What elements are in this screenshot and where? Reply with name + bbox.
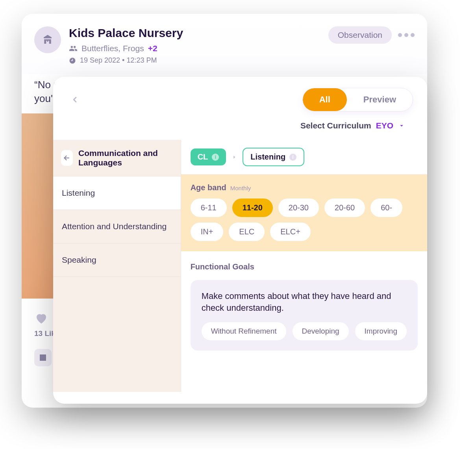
header-right: Observation (328, 26, 415, 44)
nursery-name: Kids Palace Nursery (69, 26, 320, 40)
observation-badge: Observation (328, 26, 392, 44)
goals-title: Functional Goals (191, 262, 418, 271)
age-band-title: Age band (191, 183, 226, 192)
groups-text: Butterflies, Frogs (81, 44, 144, 53)
image-icon (38, 353, 48, 362)
subcategory-listening[interactable]: Listening (53, 176, 181, 210)
panel-back-button[interactable] (67, 92, 83, 108)
age-pill-elc-plus[interactable]: ELC+ (270, 223, 311, 241)
arrow-left-icon (63, 154, 71, 162)
panel-columns: Communication and Languages Listening At… (53, 140, 427, 392)
goal-level-pills: Without Refinement Developing Improving (202, 322, 407, 340)
detail-column: CL i Listening i Age band Monthly 6-11 1… (181, 140, 427, 392)
more-menu-button[interactable] (398, 33, 415, 37)
heart-icon[interactable] (34, 311, 48, 325)
curriculum-panel: All Preview Select Curriculum EYO Commun… (53, 77, 427, 404)
subcategory-attention[interactable]: Attention and Understanding (53, 210, 181, 243)
groups-row: Butterflies, Frogs +2 (69, 44, 320, 53)
category-title: Communication and Languages (78, 148, 173, 167)
age-pill-60[interactable]: 60- (370, 199, 402, 217)
people-icon (69, 44, 78, 53)
tab-all[interactable]: All (303, 88, 347, 111)
card-header: Kids Palace Nursery Butterflies, Frogs +… (22, 14, 427, 74)
chevron-down-icon (398, 122, 405, 129)
age-band-subtitle: Monthly (230, 185, 251, 191)
goal-text: Make comments about what they have heard… (202, 290, 407, 314)
breadcrumb-badge-text: CL (198, 152, 208, 161)
level-improving[interactable]: Improving (355, 322, 407, 340)
category-back-button[interactable] (61, 150, 73, 166)
age-pill-elc[interactable]: ELC (229, 223, 265, 241)
datetime-text: 19 Sep 2022 • 12:23 PM (80, 56, 157, 65)
chevron-left-icon (71, 95, 80, 104)
gallery-button[interactable] (34, 349, 52, 366)
category-header: Communication and Languages (53, 140, 181, 176)
tab-preview[interactable]: Preview (347, 88, 413, 111)
goals-section: Functional Goals Make comments about wha… (181, 251, 427, 360)
dot-icon (398, 33, 402, 37)
info-icon: i (212, 154, 219, 161)
category-column: Communication and Languages Listening At… (53, 140, 181, 392)
info-icon: i (289, 154, 296, 161)
time-row: 19 Sep 2022 • 12:23 PM (69, 56, 320, 65)
age-pill-in-plus[interactable]: IN+ (191, 223, 224, 241)
age-band-section: Age band Monthly 6-11 11-20 20-30 20-60 … (181, 174, 427, 251)
age-pill-11-20[interactable]: 11-20 (232, 199, 273, 217)
age-pill-20-30[interactable]: 20-30 (278, 199, 319, 217)
curriculum-label: Select Curriculum (300, 121, 371, 130)
goal-card: Make comments about what they have heard… (191, 280, 418, 351)
age-band-pills: 6-11 11-20 20-30 20-60 60- IN+ ELC ELC+ (191, 199, 418, 241)
view-toggle: All Preview (302, 88, 413, 111)
breadcrumb-badge[interactable]: CL i (191, 148, 226, 165)
dot-icon (404, 33, 408, 37)
age-pill-6-11[interactable]: 6-11 (191, 199, 227, 217)
age-pill-20-60[interactable]: 20-60 (324, 199, 365, 217)
level-developing[interactable]: Developing (293, 322, 349, 340)
panel-top: All Preview Select Curriculum EYO (53, 77, 427, 140)
level-without-refinement[interactable]: Without Refinement (202, 322, 286, 340)
subcategory-speaking[interactable]: Speaking (53, 243, 181, 277)
curriculum-value: EYO (376, 121, 393, 130)
nursery-avatar (34, 26, 61, 53)
chevron-right-icon (232, 154, 237, 160)
breadcrumb: CL i Listening i (181, 140, 427, 174)
school-icon (42, 34, 54, 46)
dot-icon (411, 33, 415, 37)
groups-extra[interactable]: +2 (148, 44, 157, 53)
breadcrumb-current[interactable]: Listening i (243, 148, 304, 166)
breadcrumb-current-text: Listening (250, 152, 285, 161)
clock-icon (69, 57, 76, 64)
curriculum-selector[interactable]: Select Curriculum EYO (67, 121, 413, 130)
header-main: Kids Palace Nursery Butterflies, Frogs +… (69, 26, 320, 65)
